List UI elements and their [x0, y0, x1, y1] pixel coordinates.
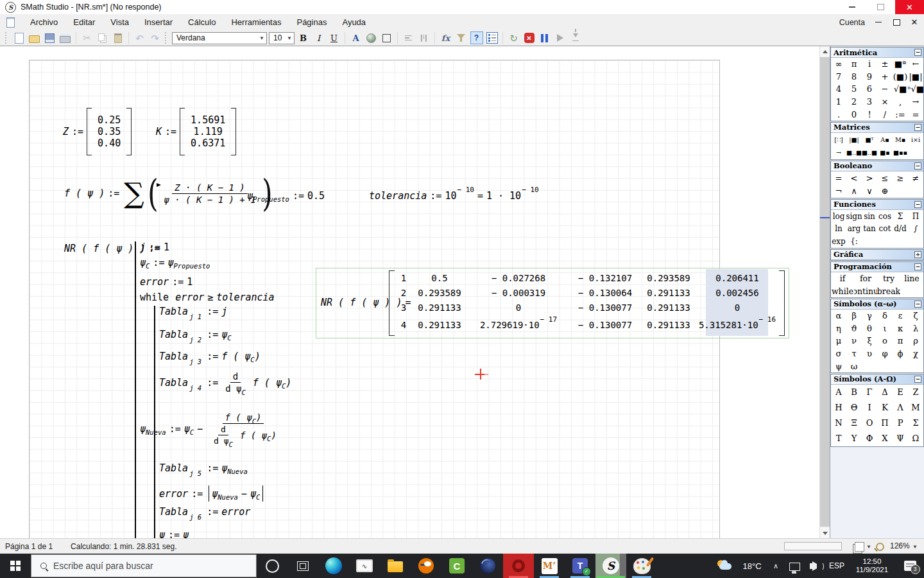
palette-button[interactable]: ⁿ√■ [908, 83, 923, 96]
palette-button[interactable]: Α [831, 385, 846, 400]
palette-button[interactable]: ϕ [893, 347, 908, 360]
palette-button[interactable]: Ω [908, 431, 923, 446]
palette-button[interactable]: ∫ [908, 223, 923, 236]
palette-button[interactable]: θ [862, 322, 877, 335]
palette-button[interactable]: , [893, 96, 908, 109]
palette-button[interactable]: α [831, 310, 846, 322]
palette-button[interactable]: Η [831, 400, 846, 416]
palette-button[interactable]: + [877, 71, 893, 83]
menu-item[interactable]: Archivo [22, 14, 65, 30]
palette-button[interactable]: 8 [846, 71, 862, 83]
stmt-while[interactable]: while error ≥ tolerancia [140, 292, 275, 303]
palette-button[interactable]: Δ [877, 385, 893, 400]
palette-button[interactable]: ζ [908, 310, 923, 322]
language-button[interactable]: ESP [825, 561, 848, 570]
taskbar-app-opera[interactable] [503, 554, 534, 578]
palette-button[interactable]: sin [862, 210, 877, 223]
palette-button[interactable]: 5 [846, 83, 862, 96]
palette-button[interactable]: 0 [846, 108, 862, 121]
run-button[interactable] [553, 31, 567, 45]
menu-item[interactable]: Insertar [137, 14, 180, 30]
collapse-icon[interactable]: − [914, 376, 921, 383]
restore-button[interactable] [866, 0, 895, 14]
palette-button[interactable]: ■ª [893, 58, 908, 71]
nr-program-block[interactable]: j:=1 ψC := ψPropuesto error:=1 while err… [135, 240, 321, 538]
palette-button[interactable]: := [893, 108, 908, 121]
palette-button[interactable]: Π [908, 210, 923, 223]
taskbar-app-mendeley[interactable]: M’ [534, 554, 565, 578]
palette-button[interactable]: δ [877, 310, 893, 322]
palette-button[interactable]: Β [846, 385, 862, 400]
paste-button[interactable] [111, 31, 124, 45]
definition-psi-propuesto[interactable]: ψPropuesto := 0.5 [247, 190, 325, 202]
taskbar-app-task-manager[interactable]: ∿ [349, 554, 380, 578]
minimize-button[interactable] [837, 0, 866, 14]
cut-button[interactable]: ✂ [80, 31, 94, 45]
palette-button[interactable]: μ [831, 335, 846, 347]
palette-button[interactable]: κ [893, 322, 908, 335]
result-matrix[interactable]: 1 0.5 − 0.027268 − 0.132107 0.293589 0.2… [396, 270, 778, 335]
palette-button[interactable]: . [831, 108, 846, 121]
palette-button[interactable]: → [831, 146, 846, 159]
palette-button[interactable]: 7 [831, 71, 846, 83]
palette-button[interactable]: [■..■] [862, 146, 877, 159]
palette-button[interactable]: Θ [846, 400, 862, 416]
redo-button[interactable]: ↷ [148, 31, 162, 45]
palette-button[interactable]: cos [877, 210, 893, 223]
filter-button[interactable] [454, 31, 468, 45]
palette-button[interactable]: Λ [893, 400, 908, 416]
palette-button[interactable]: sign [846, 210, 862, 223]
palette-button[interactable]: = [908, 108, 923, 121]
tray-overflow-button[interactable]: ∧ [766, 562, 785, 570]
page-view-icon[interactable] [855, 542, 864, 552]
font-family-select[interactable]: Verdana▼ [172, 32, 267, 44]
account-menu[interactable]: Cuenta [839, 18, 865, 27]
weather-icon[interactable] [715, 559, 738, 572]
clock-button[interactable]: 12:50 11/9/2021 [848, 557, 896, 574]
stmt-j-init[interactable]: j:=1 [140, 241, 169, 253]
collapse-icon[interactable]: − [914, 263, 921, 270]
palette-button[interactable]: Σ [893, 210, 908, 223]
stmt-psi-nueva[interactable]: ψNueva := ψC − f ( ψC) d d ψC f ( ψC) [140, 402, 280, 456]
palette-button[interactable]: arg [846, 223, 862, 236]
palette-button[interactable]: Ρ [893, 416, 908, 431]
palette-button[interactable]: (■) [893, 71, 908, 83]
taskbar-app-edge[interactable] [318, 554, 349, 578]
document-icon[interactable] [6, 17, 15, 28]
help-button[interactable]: ? [470, 31, 483, 45]
new-file-button[interactable] [12, 31, 26, 45]
collapse-icon[interactable]: − [914, 301, 921, 308]
stmt-psic-init[interactable]: ψC := ψPropuesto [140, 257, 210, 268]
close-button[interactable]: ✕ [895, 0, 924, 14]
palette-button[interactable]: for [854, 272, 877, 285]
palette-button[interactable]: τ [846, 347, 862, 360]
copy-button[interactable] [96, 31, 109, 45]
taskbar-app-camtasia[interactable]: C [441, 554, 472, 578]
palette-header[interactable]: Funciones − [831, 200, 923, 210]
palette-button[interactable]: tan [862, 223, 877, 236]
palette-button[interactable]: Ξ [846, 416, 862, 431]
italic-button[interactable]: I [312, 31, 325, 45]
palette-button[interactable]: log [831, 210, 846, 223]
palette-button[interactable]: σ [831, 347, 846, 360]
palette-header[interactable]: Matrices − [831, 123, 923, 133]
palette-button[interactable]: ¬ [831, 184, 846, 198]
palette-button[interactable]: ∧ [846, 184, 862, 198]
palette-button[interactable]: Σ [908, 416, 923, 431]
palette-button[interactable]: Γ [862, 385, 877, 400]
palette-button[interactable]: > [862, 171, 877, 185]
palette-button[interactable]: d/d [893, 223, 908, 236]
collapse-icon[interactable]: − [914, 162, 921, 170]
palette-button[interactable]: |■| [846, 133, 862, 146]
palette-button[interactable]: exp [831, 235, 846, 248]
menu-item[interactable]: Páginas [289, 14, 334, 30]
palette-button[interactable]: line [900, 272, 923, 285]
palette-button[interactable]: 2 [846, 96, 862, 109]
palette-button[interactable]: η [831, 322, 846, 335]
palette-button[interactable]: i [862, 58, 877, 71]
palette-button[interactable]: ≥ [893, 171, 908, 185]
open-file-button[interactable] [28, 31, 41, 45]
taskbar-search-input[interactable]: Escribe aquí para buscar [31, 554, 257, 577]
step-button[interactable] [569, 31, 582, 45]
palette-button[interactable]: Ψ [893, 431, 908, 446]
